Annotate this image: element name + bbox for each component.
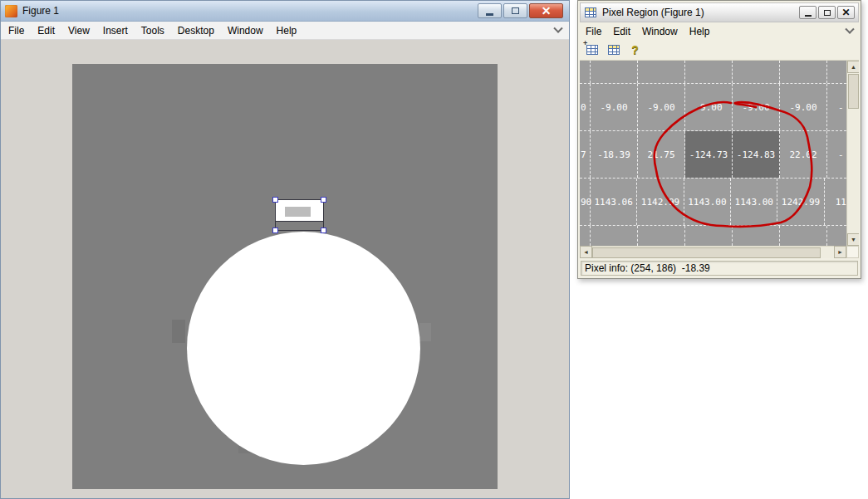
new-pixel-region-button[interactable]: +: [584, 42, 600, 58]
image-artifact: [419, 323, 431, 341]
table-plus-icon: [586, 45, 598, 55]
desktop: Figure 1 ✕ File Edit View Insert Tools D…: [0, 0, 868, 499]
pixel-grid-row: 7-18.3921.75-124.73-124.8322.02-: [580, 131, 846, 179]
pixel-value-cell: [780, 226, 827, 246]
pixel-value-cell: 1143.00: [731, 179, 777, 225]
menu-help[interactable]: Help: [277, 25, 297, 37]
pixel-grid-button[interactable]: [606, 42, 621, 58]
pixel-value-cell: -18.39: [591, 131, 638, 178]
maximize-icon: [824, 10, 831, 16]
close-icon: ✕: [542, 5, 552, 17]
pixel-value-cell: -9.00: [638, 84, 685, 130]
pixel-value-cell: -: [827, 84, 846, 130]
selection-handle-top-right[interactable]: [321, 197, 326, 203]
vertical-scrollbar-thumb[interactable]: [848, 74, 859, 109]
image-display[interactable]: [72, 64, 498, 489]
selection-inner-content: [285, 207, 311, 217]
scroll-left-icon: ◄: [583, 249, 589, 255]
pixel-value-cell: 22.02: [780, 131, 827, 178]
pixel-value-cell: 11: [825, 179, 846, 225]
scroll-left-button[interactable]: ◄: [580, 246, 592, 258]
selection-handle-bottom-right[interactable]: [321, 227, 326, 233]
menu-file[interactable]: File: [586, 26, 601, 37]
scroll-up-button[interactable]: ▲: [847, 61, 859, 73]
pixel-grid-spacer-row: [580, 61, 846, 84]
image-artifact: [172, 320, 185, 343]
vertical-scrollbar-track[interactable]: [847, 110, 859, 233]
menu-file[interactable]: File: [8, 25, 24, 37]
pixel-value-cell: -9.00: [591, 84, 638, 130]
pixel-grid: 0-9.00-9.00-9.00-9.00-9.00-7-18.3921.75-…: [580, 61, 846, 246]
menu-tools[interactable]: Tools: [141, 25, 164, 37]
scroll-right-icon: ►: [837, 249, 843, 255]
pixel-region-titlebar[interactable]: Pixel Region (Figure 1) ✕: [580, 2, 859, 22]
close-icon: ✕: [841, 7, 850, 17]
pixel-region-window-controls: ✕: [799, 6, 855, 19]
maximize-icon: [512, 7, 519, 14]
menu-edit[interactable]: Edit: [37, 25, 55, 37]
maximize-button[interactable]: [503, 3, 527, 18]
pixel-value-cell: -124.83: [733, 131, 780, 178]
minimize-icon: [805, 15, 812, 17]
pixel-value-cell: [591, 226, 638, 246]
pixel-value-cell: 1143.00: [684, 179, 731, 225]
menu-view[interactable]: View: [68, 25, 90, 37]
menu-desktop[interactable]: Desktop: [178, 25, 214, 37]
pixel-value-cell: [638, 61, 685, 83]
figure-window: Figure 1 ✕ File Edit View Insert Tools D…: [0, 0, 570, 499]
scroll-down-icon: ▼: [851, 237, 856, 242]
scroll-down-button[interactable]: ▼: [847, 233, 859, 246]
scroll-right-button[interactable]: ►: [834, 246, 846, 258]
pixel-value-cell: 7: [580, 131, 591, 178]
pixel-value-cell: 0: [580, 84, 591, 130]
help-button[interactable]: ?: [627, 42, 643, 58]
selection-handle-top-left[interactable]: [272, 197, 278, 203]
plus-icon: +: [583, 39, 587, 47]
pixel-value-cell: [580, 226, 591, 246]
close-button[interactable]: ✕: [529, 3, 563, 18]
menu-edit[interactable]: Edit: [613, 26, 630, 37]
status-bar: Pixel info: (254, 186) -18.39: [580, 258, 859, 276]
pixel-value-cell: [685, 61, 733, 83]
pixel-value-cell: [827, 226, 846, 246]
figure-window-title: Figure 1: [22, 5, 59, 17]
pixel-value-cell: -9.00: [733, 84, 780, 130]
close-button[interactable]: ✕: [837, 6, 855, 19]
selection-handle-bottom-left[interactable]: [272, 227, 278, 233]
menu-help[interactable]: Help: [689, 26, 710, 37]
matlab-figure-icon: [5, 5, 17, 17]
pixel-region-window: Pixel Region (Figure 1) ✕ File Edit Wind…: [577, 0, 861, 279]
pixel-region-menubar: File Edit Window Help: [580, 22, 859, 40]
horizontal-scrollbar-track[interactable]: [592, 246, 834, 258]
maximize-button[interactable]: [818, 6, 836, 19]
pixel-value-cell: [685, 226, 733, 246]
minimize-button[interactable]: [478, 3, 502, 18]
pixel-value-cell: [580, 61, 591, 83]
menu-window[interactable]: Window: [642, 26, 678, 37]
table-icon: [608, 45, 620, 55]
pixel-value-cell: 21.75: [638, 131, 685, 178]
pixel-info-text: Pixel info: (254, 186) -18.39: [581, 261, 858, 276]
selection-inner-rect: [276, 200, 323, 222]
pixel-value-cell: [733, 226, 780, 246]
pixel-region-toolbar: + ?: [580, 40, 859, 61]
pixel-grid-row: 901143.061142.991143.001143.001242.9911: [580, 179, 846, 226]
pixel-value-cell: [638, 226, 685, 246]
minimize-button[interactable]: [799, 6, 817, 19]
pixel-value-cell: -: [827, 131, 846, 178]
horizontal-scrollbar-thumb[interactable]: [592, 247, 821, 258]
pixel-value-cell: [591, 61, 638, 83]
scrollbar-corner: [846, 246, 859, 258]
menu-insert[interactable]: Insert: [103, 25, 128, 37]
pixel-value-cell: -9.00: [780, 84, 827, 130]
vertical-scrollbar[interactable]: ▲ ▼: [846, 61, 859, 246]
figure-window-controls: ✕: [478, 3, 565, 18]
menu-window[interactable]: Window: [228, 25, 263, 37]
pixel-value-cell: [827, 61, 846, 83]
pixel-value-cell: 1143.06: [591, 179, 637, 225]
pixel-region-selection-rectangle[interactable]: [275, 199, 324, 231]
menubar-chevron-icon[interactable]: [845, 24, 854, 33]
figure-menubar: File Edit View Insert Tools Desktop Wind…: [1, 22, 569, 40]
menubar-chevron-icon[interactable]: [553, 23, 562, 32]
figure-titlebar[interactable]: Figure 1 ✕: [1, 1, 569, 22]
